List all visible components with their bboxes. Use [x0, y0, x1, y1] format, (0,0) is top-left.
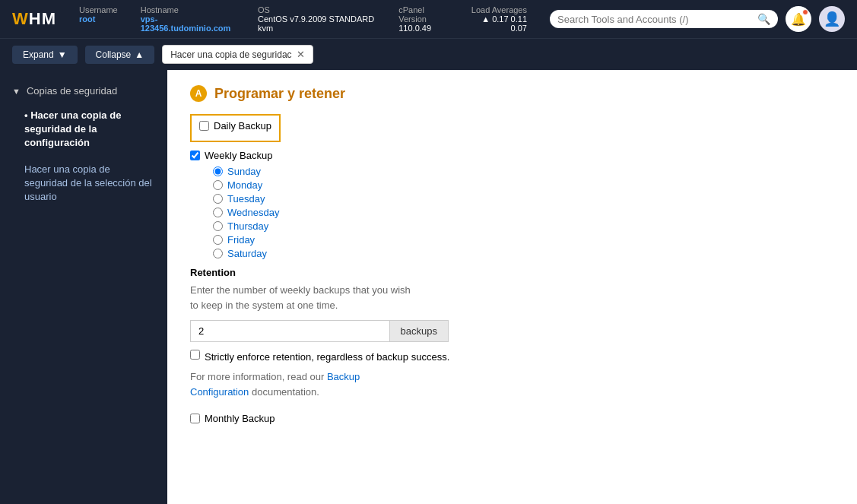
load-values: ▲ 0.17 0.11 0.07: [471, 14, 527, 33]
sidebar-section-label: Copias de seguridad: [27, 85, 117, 97]
daily-backup-row: Daily Backup: [199, 120, 271, 132]
daily-backup-checkbox[interactable]: [199, 121, 209, 131]
sidebar-arrow-icon: ▼: [12, 87, 21, 96]
radio-monday-input[interactable]: [213, 180, 223, 190]
enforce-label: Strictly enforce retention, regardless o…: [205, 350, 449, 365]
username-info: Username root: [79, 5, 118, 33]
hostname-info: Hostname vps-123456.tudominio.com: [141, 5, 235, 33]
radio-monday-label: Monday: [227, 179, 262, 191]
username-value: root: [79, 14, 118, 24]
daily-backup-highlight: Daily Backup: [190, 114, 281, 142]
enforce-checkbox[interactable]: [190, 350, 200, 360]
radio-sunday-input[interactable]: [213, 166, 223, 176]
radio-tuesday-input[interactable]: [213, 194, 223, 204]
cpanel-info: cPanel Version 110.0.49: [398, 5, 448, 33]
load-up-icon: ▲: [481, 14, 490, 24]
username-label: Username: [79, 5, 118, 14]
radio-thursday-label: Thursday: [227, 220, 268, 232]
annotation-badge: A: [190, 85, 207, 102]
radio-saturday-input[interactable]: [213, 249, 223, 258]
radio-monday: Monday: [213, 179, 834, 191]
secondbar: Expand ▼ Collapse ▲ Hacer una copia de s…: [0, 38, 857, 70]
weekly-backup-label: Weekly Backup: [205, 150, 272, 161]
cpanel-label: cPanel Version: [398, 5, 448, 24]
notifications-button[interactable]: 🔔: [786, 6, 811, 32]
load-label: Load Averages: [471, 5, 527, 14]
radio-friday-input[interactable]: [213, 235, 223, 245]
os-label: OS: [258, 5, 376, 14]
weekly-backup-row: Weekly Backup: [190, 150, 834, 161]
expand-button[interactable]: Expand ▼: [12, 46, 78, 64]
radio-sunday: Sunday: [213, 166, 834, 177]
sidebar-section-copias[interactable]: ▼ Copias de seguridad: [0, 79, 167, 103]
weekly-backup-checkbox[interactable]: [190, 151, 200, 160]
radio-saturday-label: Saturday: [227, 248, 267, 259]
radio-sunday-label: Sunday: [227, 166, 261, 177]
radio-thursday: Thursday: [213, 220, 834, 232]
monthly-backup-row: Monthly Backup: [190, 413, 834, 424]
topbar: WHM Username root Hostname vps-123456.tu…: [0, 0, 857, 38]
info-text: For more information, read our Backup Co…: [190, 369, 834, 401]
search-container: 🔍: [550, 10, 778, 28]
system-info: Username root Hostname vps-123456.tudomi…: [79, 5, 527, 33]
cpanel-value: 110.0.49: [398, 24, 448, 33]
main-content: A Programar y retener Daily Backup Weekl…: [167, 70, 857, 504]
load-averages: Load Averages ▲ 0.17 0.11 0.07: [471, 5, 527, 33]
retention-description: Enter the number of weekly backups that …: [190, 283, 834, 312]
hostname-label: Hostname: [141, 5, 235, 14]
radio-thursday-input[interactable]: [213, 221, 223, 231]
radio-friday: Friday: [213, 234, 834, 246]
sidebar-item-config-backup[interactable]: Hacer una copia de seguridad de la confi…: [0, 103, 167, 157]
sidebar-item-user-backup[interactable]: Hacer una copia de seguridad de la selec…: [0, 157, 167, 211]
monthly-backup-label: Monthly Backup: [205, 413, 275, 424]
collapse-button[interactable]: Collapse ▲: [85, 46, 155, 64]
retention-input-group: backups: [190, 320, 449, 342]
radio-tuesday-label: Tuesday: [227, 193, 265, 204]
radio-saturday: Saturday: [213, 248, 834, 259]
search-icon: 🔍: [757, 13, 770, 25]
sidebar: ▼ Copias de seguridad Hacer una copia de…: [0, 70, 167, 504]
section-header: A Programar y retener: [190, 85, 834, 102]
backup-config-link1[interactable]: Backup: [327, 371, 360, 382]
os-info: OS CentOS v7.9.2009 STANDARD kvm: [258, 5, 376, 33]
daily-backup-label: Daily Backup: [214, 120, 271, 132]
radio-friday-label: Friday: [227, 234, 255, 246]
hostname-value: vps-123456.tudominio.com: [141, 14, 235, 33]
retention-suffix-label: backups: [389, 320, 449, 342]
radio-wednesday-input[interactable]: [213, 208, 223, 217]
monthly-backup-checkbox[interactable]: [190, 414, 200, 423]
close-breadcrumb-button[interactable]: ✕: [297, 49, 305, 60]
main-layout: ▼ Copias de seguridad Hacer una copia de…: [0, 70, 857, 504]
retention-heading: Retention: [190, 267, 834, 278]
radio-wednesday-label: Wednesday: [227, 207, 279, 218]
whm-logo: WHM: [12, 9, 56, 29]
weekly-day-group: Sunday Monday Tuesday Wednesday Thursday…: [213, 166, 834, 259]
breadcrumb-text: Hacer una copia de seguridac: [170, 49, 291, 60]
search-input[interactable]: [557, 14, 753, 25]
section-title-text: Programar y retener: [214, 86, 345, 102]
topbar-right: 🔍 🔔 👤: [550, 6, 845, 32]
retention-input[interactable]: [190, 320, 389, 342]
radio-tuesday: Tuesday: [213, 193, 834, 204]
radio-wednesday: Wednesday: [213, 207, 834, 218]
os-value: CentOS v7.9.2009 STANDARD kvm: [258, 14, 376, 33]
backup-config-link2[interactable]: Configuration: [190, 386, 249, 398]
notification-dot: [802, 9, 808, 15]
enforce-retention-row: Strictly enforce retention, regardless o…: [190, 350, 834, 365]
user-menu-button[interactable]: 👤: [819, 6, 845, 32]
breadcrumb-tag: Hacer una copia de seguridac ✕: [162, 45, 313, 64]
